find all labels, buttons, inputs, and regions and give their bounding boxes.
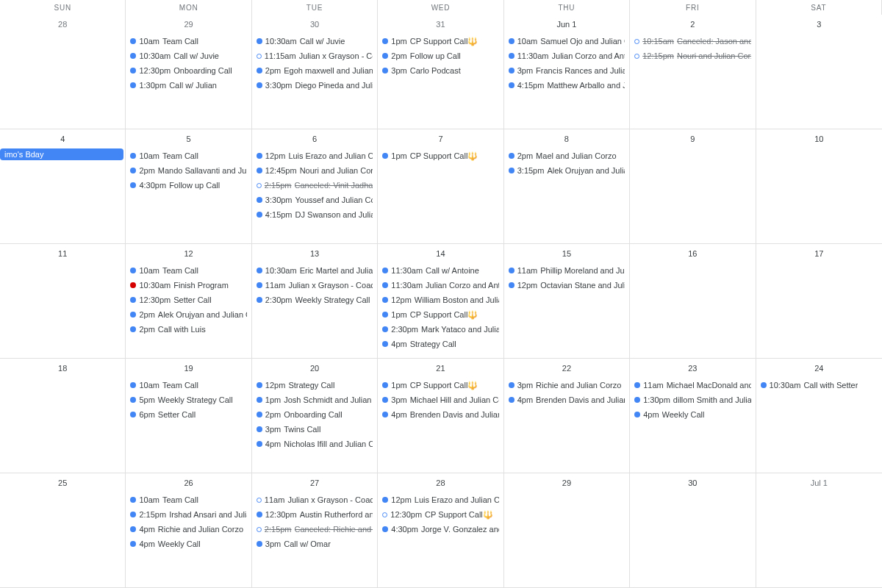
calendar-event[interactable]: 10:30amFinish Program [127, 278, 249, 293]
calendar-event[interactable]: 10:15amCanceled: Jason and Julian [631, 34, 753, 49]
calendar-event[interactable]: 12:45pmNouri and Julian Corzo [254, 163, 376, 178]
calendar-event[interactable]: 4:15pmDJ Swanson and Julian Corzo [254, 207, 376, 222]
calendar-day-cell[interactable]: 510amTeam Call2pmMando Sallavanti and Ju… [126, 129, 251, 244]
calendar-day-cell[interactable]: 3010:30amCall w/ Juvie11:15amJulian x Gr… [252, 15, 378, 129]
day-number[interactable]: 21 [379, 362, 501, 375]
calendar-event[interactable]: 11:30amCall w/ Antoine [379, 263, 501, 278]
calendar-day-cell[interactable]: 2610amTeam Call2:15pmIrshad Ansari and J… [126, 473, 251, 588]
calendar-event[interactable]: 2pmCall with Luis [127, 322, 249, 337]
day-number[interactable]: 8 [506, 132, 628, 146]
calendar-event[interactable]: 2pmEgoh maxwell and Julian Corzo [254, 63, 376, 78]
calendar-event[interactable]: 5pmWeekly Strategy Call [127, 392, 249, 407]
calendar-event[interactable]: 10amSamuel Ojo and Julian Corzo [506, 34, 628, 49]
day-number[interactable]: 28 [1, 18, 123, 31]
calendar-day-cell[interactable]: 1511amPhillip Moreland and Julian12pmOct… [504, 244, 630, 359]
calendar-event[interactable]: 4:15pmMatthew Arballo and Julian [506, 78, 628, 93]
calendar-event[interactable]: 4pmWeekly Call [631, 407, 753, 422]
calendar-day-cell[interactable]: 9 [630, 129, 756, 244]
calendar-day-cell[interactable]: 10 [756, 129, 882, 244]
calendar-event[interactable]: 2:15pmIrshad Ansari and Julian Corzo [127, 507, 249, 522]
calendar-event[interactable]: 2:15pmCanceled: Vinit Jadhav and [254, 178, 376, 193]
calendar-event[interactable]: 2pmFollow up Call [379, 49, 501, 63]
day-number[interactable]: 23 [631, 362, 753, 375]
day-number[interactable]: 19 [127, 362, 249, 375]
day-number[interactable]: 28 [379, 476, 501, 490]
calendar-day-cell[interactable]: 25 [0, 473, 126, 588]
calendar-event[interactable]: 12:15pmNouri and Julian Corzo [631, 49, 753, 63]
calendar-day-cell[interactable]: 71pmCP Support Call🔱 [378, 129, 503, 244]
calendar-event[interactable]: 2:30pmMark Yataco and Julian Corzo [379, 322, 501, 337]
calendar-event[interactable]: 12:30pmOnboarding Call [127, 63, 249, 78]
calendar-day-cell[interactable]: 2410:30amCall with Setter [756, 359, 882, 473]
calendar-event[interactable]: 2pmMael and Julian Corzo [506, 148, 628, 163]
calendar-day-cell[interactable]: 4imo's Bday [0, 129, 126, 244]
day-number[interactable]: 11 [1, 247, 123, 260]
calendar-day-cell[interactable]: 612pmLuis Erazo and Julian Corzo12:45pmN… [252, 129, 378, 244]
day-number[interactable]: 4 [1, 132, 123, 146]
day-number[interactable]: 15 [506, 247, 628, 260]
day-number[interactable]: 5 [127, 132, 249, 146]
calendar-event[interactable]: 3:15pmAlek Orujyan and Julian Corzo [506, 163, 628, 178]
calendar-event[interactable]: 2pmOnboarding Call [254, 407, 376, 422]
day-number[interactable]: 16 [631, 247, 753, 260]
calendar-day-cell[interactable]: 2910amTeam Call10:30amCall w/ Juvie12:30… [126, 15, 251, 129]
calendar-event[interactable]: 4pmRichie and Julian Corzo [127, 522, 249, 537]
calendar-day-cell[interactable]: 2012pmStrategy Call1pmJosh Schmidt and J… [252, 359, 378, 473]
calendar-event[interactable]: 12pmStrategy Call [254, 378, 376, 392]
calendar-event[interactable]: 10amTeam Call [127, 148, 249, 163]
calendar-day-cell[interactable]: 210:15amCanceled: Jason and Julian12:15p… [630, 15, 756, 129]
calendar-day-cell[interactable]: 1210amTeam Call10:30amFinish Program12:3… [126, 244, 251, 359]
calendar-event[interactable]: 12pmWilliam Boston and Julian Corzo [379, 293, 501, 307]
calendar-day-cell[interactable]: 2311amMichael MacDonald and Julian1:30pm… [630, 359, 756, 473]
calendar-event[interactable]: 3pmMichael Hill and Julian Corzo [379, 392, 501, 407]
calendar-day-cell[interactable]: 1310:30amEric Martel and Julian Corzo11a… [252, 244, 378, 359]
day-number[interactable]: 25 [1, 476, 123, 490]
calendar-event[interactable]: 1:30pmdillom Smith and Julian Corzo [631, 392, 753, 407]
day-number[interactable]: 9 [631, 132, 753, 146]
calendar-event[interactable]: 10amTeam Call [127, 34, 249, 49]
calendar-event[interactable]: 1pmCP Support Call🔱 [379, 307, 501, 322]
calendar-event[interactable]: 10amTeam Call [127, 378, 249, 392]
calendar-day-cell[interactable]: Jun 110amSamuel Ojo and Julian Corzo11:3… [504, 15, 630, 129]
calendar-event[interactable]: 12pmLuis Erazo and Julian Corzo [254, 148, 376, 163]
calendar-event[interactable]: 3:30pmDiego Pineda and Julian Corzo [254, 78, 376, 93]
calendar-event[interactable]: 3pmCarlo Podcast [379, 63, 501, 78]
day-number[interactable]: 29 [506, 476, 628, 490]
calendar-event[interactable]: 12:30pmSetter Call [127, 293, 249, 307]
calendar-event[interactable]: 12:30pmAustin Rutherford and Julian [254, 507, 376, 522]
calendar-event[interactable]: 11:15amJulian x Grayson - Coaching [254, 49, 376, 63]
calendar-event[interactable]: 3:30pmYoussef and Julian Corzo [254, 193, 376, 207]
calendar-event[interactable]: 3pmFrancis Rances and Julian Corzo [506, 63, 628, 78]
day-number[interactable]: Jun 1 [506, 18, 628, 31]
day-number[interactable]: 26 [127, 476, 249, 490]
calendar-day-cell[interactable]: 17 [756, 244, 882, 359]
day-number[interactable]: 10 [758, 132, 881, 146]
calendar-event[interactable]: 3pmCall w/ Omar [254, 537, 376, 551]
calendar-event[interactable]: 4pmStrategy Call [379, 337, 501, 351]
calendar-day-cell[interactable]: 30 [630, 473, 756, 588]
calendar-event[interactable]: 11:30amJulian Corzo and Antoine [379, 278, 501, 293]
calendar-day-cell[interactable]: 2711amJulian x Grayson - Coaching12:30pm… [252, 473, 378, 588]
calendar-event[interactable]: 4pmNicholas Ifill and Julian Corzo [254, 437, 376, 451]
calendar-event[interactable]: 1pmJosh Schmidt and Julian Corzo [254, 392, 376, 407]
day-number[interactable]: 30 [254, 18, 376, 31]
calendar-event[interactable]: 10:30amCall w/ Juvie [127, 49, 249, 63]
day-number[interactable]: 31 [379, 18, 501, 31]
calendar-event[interactable]: 11amPhillip Moreland and Julian [506, 263, 628, 278]
day-number[interactable]: 12 [127, 247, 249, 260]
calendar-event[interactable]: 11amJulian x Grayson - Coaching [254, 492, 376, 507]
calendar-day-cell[interactable]: 16 [630, 244, 756, 359]
calendar-event[interactable]: 3pmTwins Call [254, 422, 376, 437]
calendar-event[interactable]: 10:30amEric Martel and Julian Corzo [254, 263, 376, 278]
calendar-event[interactable]: 10:30amCall w/ Juvie [254, 34, 376, 49]
calendar-event[interactable]: 12:30pmCP Support Call🔱 [379, 507, 501, 522]
day-number[interactable]: 18 [1, 362, 123, 375]
calendar-event[interactable]: 6pmSetter Call [127, 407, 249, 422]
calendar-day-cell[interactable]: Jul 1 [756, 473, 882, 588]
calendar-event[interactable]: 1pmCP Support Call🔱 [379, 34, 501, 49]
day-number[interactable]: 3 [758, 18, 881, 31]
calendar-day-cell[interactable]: 3 [756, 15, 882, 129]
day-number[interactable]: Jul 1 [758, 476, 881, 490]
day-number[interactable]: 6 [254, 132, 376, 146]
calendar-day-cell[interactable]: 18 [0, 359, 126, 473]
